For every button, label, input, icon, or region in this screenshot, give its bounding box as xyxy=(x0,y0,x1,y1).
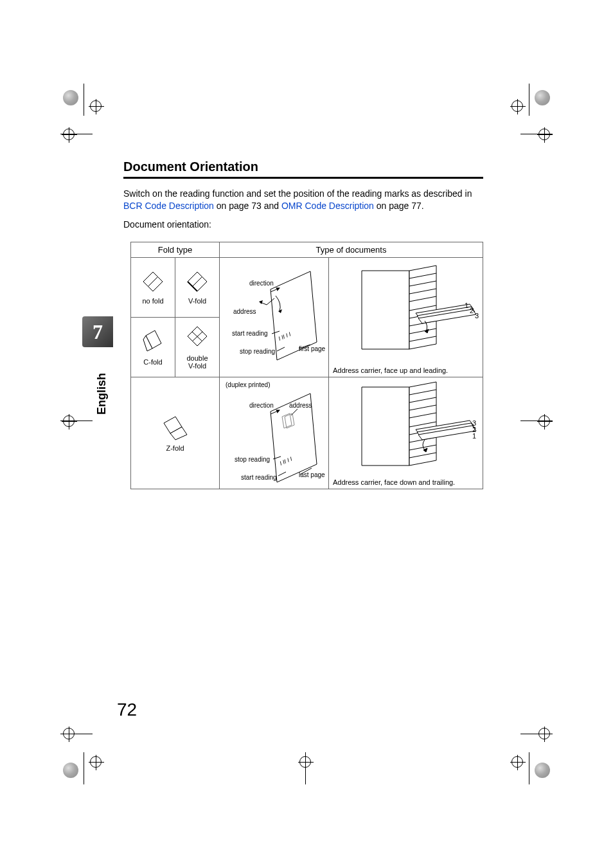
z-fold-label: Z-fold xyxy=(134,444,217,452)
orientation-table: Fold type Type of documents no fold V-fo… xyxy=(130,242,483,489)
double-v-fold-icon xyxy=(186,325,208,350)
v-fold-icon xyxy=(186,271,208,293)
c-fold-label: C-fold xyxy=(134,358,172,366)
feed2-n1: 1 xyxy=(472,432,476,440)
lbl-stop-2: stop reading xyxy=(235,456,270,463)
doc-sheet-1: direction address start reading stop rea… xyxy=(220,258,329,377)
intro-text-2: on page 73 and xyxy=(217,201,281,211)
lbl-stop-1: stop reading xyxy=(240,348,275,355)
lbl-address-1: address xyxy=(233,308,256,315)
v-fold-label: V-fold xyxy=(178,297,217,305)
language-label: English xyxy=(95,373,109,415)
omr-link[interactable]: OMR Code Description xyxy=(281,201,374,211)
cell-c-fold: C-fold xyxy=(131,318,175,377)
lbl-direction-1: direction xyxy=(249,280,274,287)
header-type-docs: Type of documents xyxy=(220,242,483,258)
bcr-link[interactable]: BCR Code Description xyxy=(123,201,214,211)
intro-paragraph: Switch on the reading function and set t… xyxy=(123,188,483,212)
svg-marker-6 xyxy=(259,300,263,304)
no-fold-label: no fold xyxy=(134,297,172,305)
lbl-start-2: start reading xyxy=(241,474,277,481)
dv-label-1: double xyxy=(178,354,217,362)
feeder-1: 1 2 3 Address carrier, face up and leadi… xyxy=(329,258,483,377)
no-fold-icon xyxy=(142,271,164,293)
section-heading: Document Orientation xyxy=(123,159,483,174)
z-fold-icon xyxy=(161,414,190,440)
cell-v-fold: V-fold xyxy=(175,258,220,318)
feed1-n2: 2 xyxy=(470,307,474,314)
svg-marker-38 xyxy=(362,387,409,466)
svg-marker-12 xyxy=(409,266,436,349)
intro-text-3: on page 77. xyxy=(377,201,424,211)
chapter-tab: 7 xyxy=(82,316,113,347)
header-fold-type: Fold type xyxy=(131,242,220,258)
dv-label-2: V-fold xyxy=(178,362,217,370)
doc-sheet-2: (duplex printed) direction address stop … xyxy=(220,377,329,489)
cell-double-v-fold: double V-fold xyxy=(175,318,220,377)
feed1-n1: 1 xyxy=(465,302,468,309)
lbl-duplex: (duplex printed) xyxy=(226,381,270,388)
cell-z-fold: Z-fold xyxy=(131,377,220,489)
feed1-n3: 3 xyxy=(475,312,479,320)
svg-marker-11 xyxy=(362,271,409,349)
c-fold-icon xyxy=(142,329,164,354)
orientation-label: Document orientation: xyxy=(123,219,483,231)
page-number: 72 xyxy=(117,700,137,720)
lbl-first-page: first page xyxy=(299,345,326,352)
feeder-2: 3 2 1 Address carrier, face down and tra… xyxy=(329,377,483,489)
lbl-address-2: address xyxy=(289,402,312,409)
svg-marker-39 xyxy=(409,382,436,466)
feeder2-caption: Address carrier, face down and trailing. xyxy=(333,478,455,486)
lbl-start-1: start reading xyxy=(232,330,268,337)
lbl-direction-2: direction xyxy=(249,402,274,409)
cell-no-fold: no fold xyxy=(131,258,175,318)
intro-text-1: Switch on the reading function and set t… xyxy=(123,188,472,199)
lbl-last-page: last page xyxy=(299,471,325,478)
heading-rule xyxy=(123,177,483,179)
feeder1-caption: Address carrier, face up and leading. xyxy=(333,366,448,374)
